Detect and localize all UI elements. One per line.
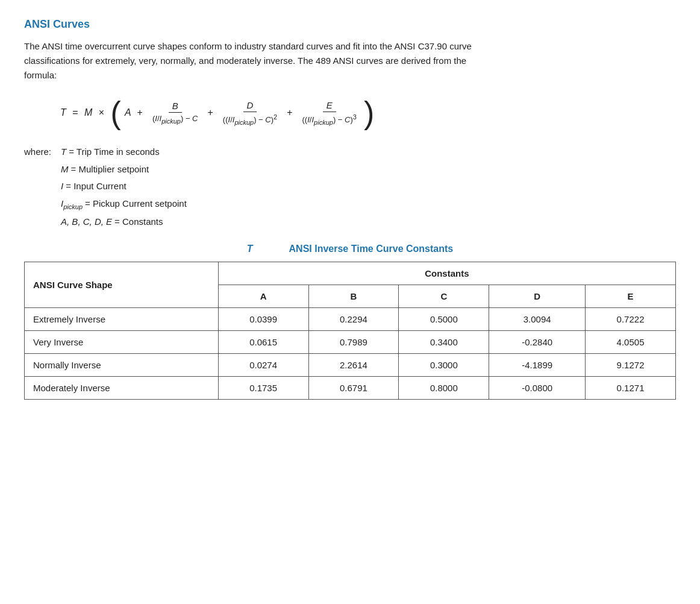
val-mi-A: 0.1735 bbox=[218, 376, 308, 399]
val-vi-A: 0.0615 bbox=[218, 330, 308, 353]
def-T-text: = Trip Time in seconds bbox=[69, 145, 159, 159]
val-ni-E: 9.1272 bbox=[586, 353, 676, 376]
frac-B-num: B bbox=[169, 101, 182, 113]
formula-equals: = bbox=[70, 107, 81, 118]
formula-M: M bbox=[84, 107, 92, 118]
def-Ipickup: Ipickup = Pickup Current setpoint bbox=[61, 197, 187, 212]
constants-table: ANSI Curve Shape Constants A B C D E Ext… bbox=[24, 262, 676, 400]
val-mi-E: 0.1271 bbox=[586, 376, 676, 399]
def-Ipickup-text: = Pickup Current setpoint bbox=[85, 197, 187, 211]
val-ni-B: 2.2614 bbox=[308, 353, 399, 376]
frac-D: D ((I/Ipickup) − C)2 bbox=[220, 100, 280, 126]
table-row: Normally Inverse 0.0274 2.2614 0.3000 -4… bbox=[25, 353, 676, 376]
val-mi-C: 0.8000 bbox=[399, 376, 489, 399]
val-ni-D: -4.1899 bbox=[489, 353, 586, 376]
intro-text: The ANSI time overcurrent curve shapes c… bbox=[24, 39, 494, 83]
formula-plus3: + bbox=[287, 107, 292, 118]
formula-open-paren: ( bbox=[111, 97, 121, 128]
val-ei-A: 0.0399 bbox=[218, 307, 308, 330]
def-ABCDE-text: = Constants bbox=[114, 215, 163, 229]
formula-block: T = M × ( A + B (I/Ipickup) − C + D ((I/… bbox=[60, 97, 676, 128]
def-ABCDE: A, B, C, D, E = Constants bbox=[61, 215, 187, 229]
frac-E-den: ((I/Ipickup) − C)3 bbox=[300, 112, 359, 126]
col-header-B: B bbox=[308, 285, 399, 307]
col-header-C: C bbox=[399, 285, 489, 307]
where-defs: T = Trip Time in seconds M = Multiplier … bbox=[61, 145, 187, 229]
val-ni-A: 0.0274 bbox=[218, 353, 308, 376]
formula-plus2: + bbox=[207, 107, 213, 118]
def-M: M = Multiplier setpoint bbox=[61, 163, 187, 177]
val-vi-B: 0.7989 bbox=[308, 330, 399, 353]
table-title-main: ANSI Inverse Time Curve Constants bbox=[289, 244, 454, 254]
val-ni-C: 0.3000 bbox=[399, 353, 489, 376]
frac-E-num: E bbox=[323, 100, 336, 112]
formula-times: × bbox=[96, 107, 107, 118]
frac-D-num: D bbox=[243, 100, 257, 112]
frac-E: E ((I/Ipickup) − C)3 bbox=[300, 100, 359, 126]
val-vi-D: -0.2840 bbox=[489, 330, 586, 353]
var-ABCDE: A, B, C, D, E bbox=[61, 215, 112, 229]
val-ei-E: 0.7222 bbox=[586, 307, 676, 330]
val-mi-D: -0.0800 bbox=[489, 376, 586, 399]
val-vi-C: 0.3400 bbox=[399, 330, 489, 353]
var-M: M bbox=[61, 163, 69, 177]
val-ei-D: 3.0094 bbox=[489, 307, 586, 330]
header-curve-shape: ANSI Curve Shape bbox=[25, 262, 219, 307]
val-ei-C: 0.5000 bbox=[399, 307, 489, 330]
table-row: Extremely Inverse 0.0399 0.2294 0.5000 3… bbox=[25, 307, 676, 330]
formula-plus1: + bbox=[137, 107, 143, 118]
where-block: where: T = Trip Time in seconds M = Mult… bbox=[24, 145, 676, 229]
def-M-text: = Multiplier setpoint bbox=[71, 163, 149, 177]
formula-A: A bbox=[125, 107, 131, 118]
table-title-row: T ANSI Inverse Time Curve Constants bbox=[24, 244, 676, 254]
shape-moderately: Moderately Inverse bbox=[25, 376, 219, 399]
table-row: Moderately Inverse 0.1735 0.6791 0.8000 … bbox=[25, 376, 676, 399]
var-Ipickup: Ipickup bbox=[61, 197, 83, 212]
var-I: I bbox=[61, 180, 63, 193]
col-header-D: D bbox=[489, 285, 586, 307]
table-title-T: T bbox=[247, 244, 253, 254]
frac-B-den: (I/Ipickup) − C bbox=[150, 113, 201, 125]
formula-close-paren: ) bbox=[364, 97, 374, 128]
where-label: where: bbox=[24, 145, 51, 229]
col-header-A: A bbox=[218, 285, 308, 307]
shape-normally: Normally Inverse bbox=[25, 353, 219, 376]
page-title: ANSI Curves bbox=[24, 18, 676, 31]
val-mi-B: 0.6791 bbox=[308, 376, 399, 399]
def-I-text: = Input Current bbox=[66, 180, 126, 193]
header-row-1: ANSI Curve Shape Constants bbox=[25, 262, 676, 285]
header-constants: Constants bbox=[218, 262, 675, 285]
def-I: I = Input Current bbox=[61, 180, 187, 193]
frac-B: B (I/Ipickup) − C bbox=[150, 101, 201, 125]
table-row: Very Inverse 0.0615 0.7989 0.3400 -0.284… bbox=[25, 330, 676, 353]
val-vi-E: 4.0505 bbox=[586, 330, 676, 353]
col-header-E: E bbox=[586, 285, 676, 307]
def-T: T = Trip Time in seconds bbox=[61, 145, 187, 159]
val-ei-B: 0.2294 bbox=[308, 307, 399, 330]
var-T: T bbox=[61, 145, 66, 159]
frac-D-den: ((I/Ipickup) − C)2 bbox=[220, 112, 280, 126]
shape-very: Very Inverse bbox=[25, 330, 219, 353]
shape-extremely: Extremely Inverse bbox=[25, 307, 219, 330]
formula-T: T bbox=[60, 107, 66, 118]
